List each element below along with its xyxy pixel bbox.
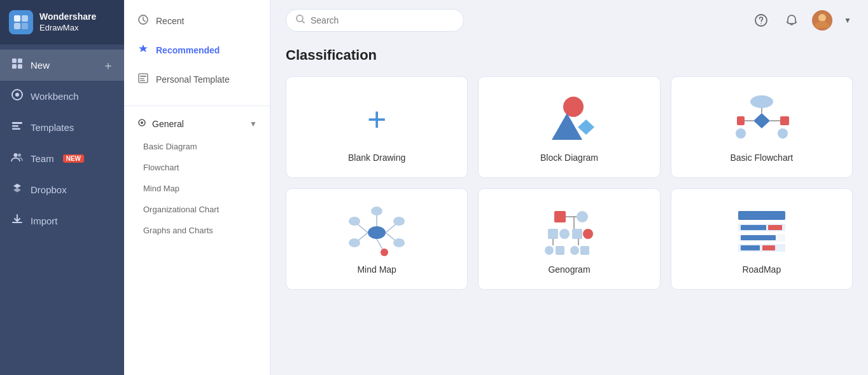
sidebar-item-team[interactable]: Team NEW bbox=[0, 143, 124, 174]
avatar-dropdown-icon[interactable]: ▼ bbox=[843, 10, 853, 31]
svg-point-48 bbox=[381, 249, 388, 256]
card-roadmap-label: RoadMap bbox=[742, 264, 781, 275]
bell-icon[interactable] bbox=[781, 10, 802, 31]
svg-rect-11 bbox=[12, 125, 18, 127]
block-diagram-illustration bbox=[540, 94, 598, 145]
svg-point-46 bbox=[393, 238, 405, 247]
team-icon bbox=[10, 151, 24, 167]
mid-nav-recommended[interactable]: Recommended bbox=[124, 36, 270, 65]
svg-rect-4 bbox=[12, 58, 17, 63]
svg-point-24 bbox=[760, 23, 762, 24]
svg-point-54 bbox=[559, 229, 570, 239]
sidebar-item-workbench-label: Workbench bbox=[31, 91, 79, 102]
mid-sub-flowchart[interactable]: Flowchart bbox=[124, 157, 270, 178]
mid-nav-personal-template[interactable]: Personal Template bbox=[124, 65, 270, 94]
svg-point-43 bbox=[349, 217, 360, 226]
top-bar: ▼ bbox=[270, 0, 868, 41]
card-block-diagram-label: Block Diagram bbox=[540, 153, 598, 163]
card-genogram-label: Genogram bbox=[548, 264, 590, 275]
svg-rect-3 bbox=[22, 23, 28, 29]
svg-point-21 bbox=[141, 121, 143, 124]
search-bar[interactable] bbox=[286, 9, 464, 32]
svg-point-34 bbox=[736, 128, 746, 139]
svg-rect-53 bbox=[548, 229, 558, 239]
dropbox-icon bbox=[10, 182, 24, 198]
recommended-icon bbox=[137, 43, 150, 57]
svg-rect-17 bbox=[140, 76, 146, 77]
sidebar-item-dropbox[interactable]: Dropbox bbox=[0, 174, 124, 205]
app-logo: Wondershare EdrawMax bbox=[0, 0, 124, 44]
card-mind-map[interactable]: Mind Map bbox=[286, 188, 468, 290]
svg-rect-62 bbox=[580, 246, 589, 255]
avatar[interactable] bbox=[812, 10, 832, 31]
sidebar-item-new-label: New bbox=[31, 60, 50, 71]
general-section-icon bbox=[137, 118, 147, 130]
sidebar-item-import[interactable]: Import bbox=[0, 205, 124, 236]
svg-rect-68 bbox=[741, 235, 776, 240]
top-bar-actions: ▼ bbox=[751, 10, 853, 31]
search-icon bbox=[295, 14, 305, 27]
svg-rect-33 bbox=[780, 116, 789, 125]
svg-point-36 bbox=[368, 226, 386, 239]
svg-rect-6 bbox=[12, 64, 17, 69]
card-block-diagram[interactable]: Block Diagram bbox=[478, 76, 660, 178]
sidebar-item-workbench[interactable]: Workbench bbox=[0, 81, 124, 112]
app-logo-icon bbox=[9, 10, 33, 34]
svg-point-9 bbox=[15, 93, 19, 97]
basic-flowchart-illustration bbox=[733, 94, 790, 145]
main-body: Classification + Blank Drawing bbox=[270, 41, 868, 375]
card-basic-flowchart[interactable]: Basic Flowchart bbox=[671, 76, 853, 178]
new-icon bbox=[10, 57, 24, 73]
main-content: ▼ Classification + Blank Drawing bbox=[270, 0, 868, 375]
genogram-illustration bbox=[540, 206, 598, 257]
sidebar-item-dropbox-label: Dropbox bbox=[31, 184, 67, 195]
svg-rect-10 bbox=[12, 122, 22, 124]
sidebar-item-import-label: Import bbox=[31, 215, 58, 226]
templates-icon bbox=[10, 119, 24, 135]
mind-map-illustration bbox=[348, 206, 405, 257]
mid-nav-recommended-label: Recommended bbox=[156, 45, 220, 55]
app-name: Wondershare EdrawMax bbox=[39, 11, 96, 33]
sidebar-item-new[interactable]: New ＋ bbox=[0, 50, 124, 81]
svg-line-42 bbox=[377, 239, 383, 250]
mid-divider bbox=[124, 106, 270, 106]
section-title: Classification bbox=[286, 47, 853, 64]
sidebar-item-templates[interactable]: Templates bbox=[0, 112, 124, 143]
svg-line-37 bbox=[357, 224, 368, 233]
mid-sub-graphs-charts[interactable]: Graphs and Charts bbox=[124, 220, 270, 241]
svg-point-28 bbox=[750, 95, 773, 108]
sidebar-item-templates-label: Templates bbox=[31, 122, 74, 133]
svg-point-14 bbox=[18, 154, 21, 157]
card-roadmap[interactable]: RoadMap bbox=[671, 188, 853, 290]
card-genogram[interactable]: Genogram bbox=[478, 188, 660, 290]
card-mind-map-label: Mind Map bbox=[357, 264, 396, 275]
mid-section-general[interactable]: General ▼ bbox=[124, 111, 270, 136]
middle-panel: Recent Recommended Personal Template bbox=[124, 0, 270, 375]
card-blank-drawing-label: Blank Drawing bbox=[348, 153, 405, 163]
middle-nav: Recent Recommended Personal Template bbox=[124, 0, 270, 100]
blank-drawing-illustration: + bbox=[348, 94, 405, 145]
blank-drawing-plus-icon: + bbox=[367, 103, 386, 136]
card-blank-drawing[interactable]: + Blank Drawing bbox=[286, 76, 468, 178]
search-input[interactable] bbox=[311, 15, 438, 25]
svg-point-56 bbox=[583, 229, 593, 239]
sidebar-item-team-label: Team bbox=[31, 153, 54, 164]
help-icon[interactable] bbox=[751, 10, 771, 31]
svg-rect-32 bbox=[737, 116, 745, 125]
svg-rect-55 bbox=[572, 229, 582, 239]
mid-sub-basic-diagram[interactable]: Basic Diagram bbox=[124, 136, 270, 157]
mid-sub-mind-map[interactable]: Mind Map bbox=[124, 178, 270, 199]
mid-nav-personal-template-label: Personal Template bbox=[156, 74, 230, 85]
roadmap-illustration bbox=[733, 206, 790, 257]
general-section-label: General bbox=[152, 119, 184, 129]
mid-nav-recent[interactable]: Recent bbox=[124, 6, 270, 36]
import-icon bbox=[10, 213, 24, 229]
svg-rect-60 bbox=[556, 246, 564, 255]
svg-point-50 bbox=[577, 211, 588, 222]
svg-rect-49 bbox=[554, 211, 566, 222]
svg-rect-5 bbox=[18, 58, 22, 63]
cards-grid: + Blank Drawing Block Diagram bbox=[286, 76, 853, 290]
svg-rect-7 bbox=[18, 64, 22, 69]
svg-rect-18 bbox=[140, 78, 144, 79]
mid-sub-org-chart[interactable]: Organizational Chart bbox=[124, 199, 270, 220]
